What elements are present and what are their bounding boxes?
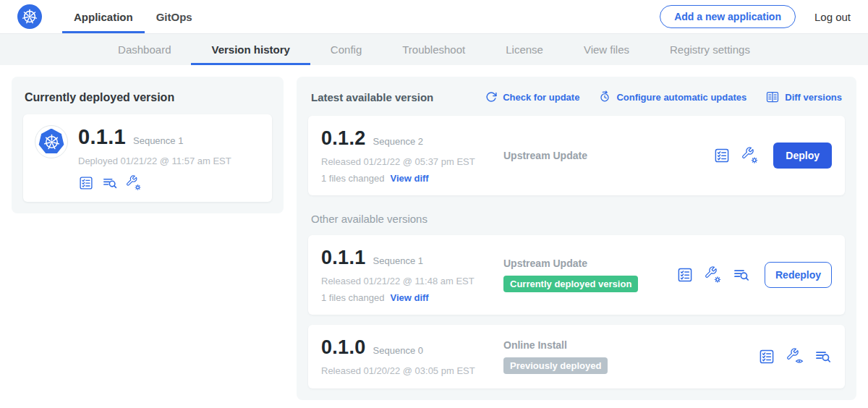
- preflight-checks-icon[interactable]: [676, 266, 694, 284]
- add-application-button[interactable]: Add a new application: [660, 5, 796, 28]
- tab-version-history[interactable]: Version history: [191, 34, 310, 65]
- deploy-button[interactable]: Deploy: [773, 143, 832, 169]
- edit-config-icon[interactable]: [126, 175, 142, 191]
- preflight-checks-icon[interactable]: [78, 175, 94, 191]
- kubernetes-logo-icon: [17, 4, 42, 29]
- preflight-checks-icon[interactable]: [713, 147, 731, 164]
- released-timestamp: Released 01/20/22 @ 03:05 pm EST: [321, 365, 503, 376]
- sequence-label: Sequence 1: [133, 135, 183, 146]
- edit-config-icon[interactable]: [741, 147, 759, 164]
- top-header: Application GitOps Add a new application…: [0, 0, 868, 33]
- currently-deployed-badge: Currently deployed version: [503, 276, 638, 292]
- diff-versions-link[interactable]: Diff versions: [765, 90, 842, 104]
- version-history-page: Currently deployed version 0.1.1 Sequenc…: [0, 65, 868, 408]
- released-timestamp: Released 01/21/22 @ 05:37 pm EST: [321, 156, 503, 167]
- preflight-checks-icon[interactable]: [758, 348, 775, 365]
- view-diff-link[interactable]: View diff: [390, 173, 428, 184]
- deployed-version-card: 0.1.1 Sequence 1 Deployed 01/21/22 @ 11:…: [23, 114, 272, 202]
- configure-automatic-updates-label: Configure automatic updates: [616, 92, 746, 103]
- diff-icon: [765, 90, 780, 104]
- redeploy-button[interactable]: Redeploy: [765, 262, 832, 288]
- tab-view-files[interactable]: View files: [563, 34, 650, 65]
- app-logo-icon: [35, 125, 68, 158]
- app-tabs: Application GitOps: [62, 0, 204, 33]
- sequence-label: Sequence 2: [373, 136, 423, 147]
- tab-troubleshoot[interactable]: Troubleshoot: [382, 34, 485, 65]
- sequence-label: Sequence 0: [373, 345, 423, 356]
- tab-gitops[interactable]: GitOps: [145, 0, 204, 33]
- version-number: 0.1.1: [78, 125, 126, 149]
- version-source-label: Upstream Update: [503, 150, 713, 161]
- latest-version-header: Latest available version: [311, 91, 433, 103]
- schedule-icon: [598, 90, 611, 103]
- version-source-label: Online Install: [503, 339, 758, 351]
- app-subnav: Dashboard Version history Config Trouble…: [0, 33, 868, 65]
- released-timestamp: Released 01/21/22 @ 11:48 am EST: [321, 276, 503, 286]
- view-config-icon[interactable]: [786, 348, 804, 365]
- files-changed-label: 1 files changed: [321, 173, 384, 184]
- check-for-update-label: Check for update: [503, 92, 579, 103]
- deploy-logs-icon[interactable]: [102, 175, 118, 191]
- refresh-icon: [485, 90, 498, 103]
- version-card-0-1-1: 0.1.1 Sequence 1 Released 01/21/22 @ 11:…: [308, 235, 845, 315]
- tab-registry-settings[interactable]: Registry settings: [650, 34, 770, 65]
- version-source-label: Upstream Update: [503, 258, 676, 269]
- tab-dashboard[interactable]: Dashboard: [98, 34, 191, 65]
- version-card-0-1-2: 0.1.2 Sequence 2 Released 01/21/22 @ 05:…: [308, 116, 845, 195]
- tab-application[interactable]: Application: [62, 0, 145, 33]
- sequence-label: Sequence 1: [373, 255, 423, 266]
- previously-deployed-badge: Previously deployed: [503, 357, 608, 374]
- version-card-0-1-0: 0.1.0 Sequence 0 Released 01/20/22 @ 03:…: [308, 325, 845, 388]
- deploy-logs-icon[interactable]: [733, 266, 750, 284]
- logout-button[interactable]: Log out: [814, 11, 851, 23]
- diff-versions-label: Diff versions: [785, 92, 842, 103]
- other-versions-header: Other available versions: [311, 213, 842, 225]
- files-changed-label: 1 files changed: [321, 292, 384, 303]
- version-number: 0.1.1: [321, 247, 366, 269]
- version-number: 0.1.2: [321, 127, 366, 150]
- configure-automatic-updates-link[interactable]: Configure automatic updates: [598, 90, 746, 103]
- deploy-logs-icon[interactable]: [814, 348, 832, 365]
- tab-license[interactable]: License: [485, 34, 563, 65]
- edit-config-icon[interactable]: [705, 266, 722, 284]
- tab-config[interactable]: Config: [310, 34, 382, 65]
- deployed-timestamp: Deployed 01/21/22 @ 11:57 am EST: [78, 156, 231, 166]
- available-versions-panel: Latest available version Check for updat…: [297, 77, 856, 400]
- currently-deployed-title: Currently deployed version: [25, 91, 271, 104]
- currently-deployed-panel: Currently deployed version 0.1.1 Sequenc…: [12, 77, 284, 213]
- version-number: 0.1.0: [321, 336, 366, 359]
- check-for-update-link[interactable]: Check for update: [485, 90, 579, 103]
- view-diff-link[interactable]: View diff: [390, 292, 428, 303]
